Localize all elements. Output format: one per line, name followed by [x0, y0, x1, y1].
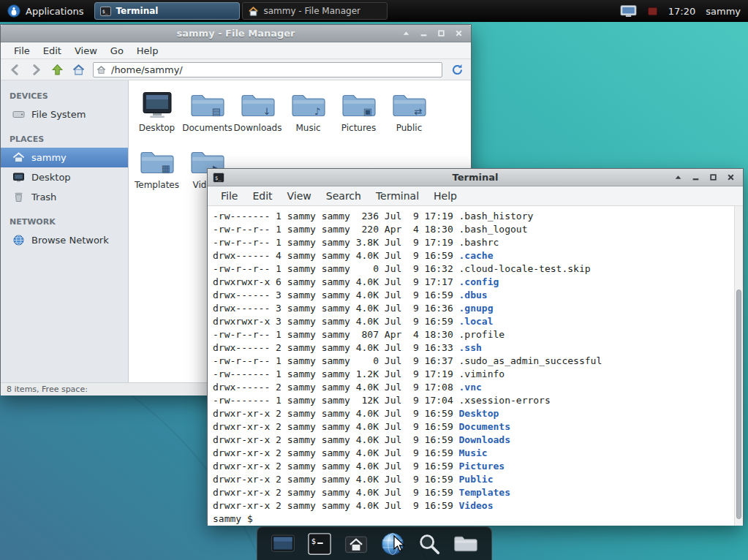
terminal-line: drwx------ 3 sammy sammy 4.0K Jul 9 16:5…	[213, 289, 731, 302]
terminal-content[interactable]: -rw------- 1 sammy sammy 236 Jul 9 17:19…	[208, 206, 743, 526]
fm-menubar: FileEditViewGoHelp	[1, 42, 471, 59]
file-label: Music	[295, 123, 320, 133]
display-tray-icon[interactable]	[620, 4, 637, 18]
svg-text:▦: ▦	[161, 163, 170, 174]
back-button[interactable]	[5, 61, 24, 77]
file-manager-icon	[453, 531, 478, 556]
fm-shade-button[interactable]	[401, 28, 412, 39]
terminal-minimize-button[interactable]	[690, 172, 701, 183]
desktop-icon	[12, 171, 25, 183]
terminal-line: -rw-r--r-- 1 sammy sammy 3.8K Jul 9 17:1…	[213, 236, 731, 249]
dock: $	[257, 526, 492, 560]
terminal-line: drwxr-xr-x 2 sammy sammy 4.0K Jul 9 16:5…	[213, 434, 731, 447]
terminal-output[interactable]: -rw------- 1 sammy sammy 236 Jul 9 17:19…	[208, 206, 743, 526]
svg-text:▤: ▤	[211, 106, 220, 117]
terminal-line: drwxrwxr-x 3 sammy sammy 4.0K Jul 9 16:5…	[213, 315, 731, 328]
dock-item-home[interactable]	[342, 530, 370, 558]
sidebar-item-label: sammy	[31, 152, 67, 163]
terminal-line: drwxr-xr-x 2 sammy sammy 4.0K Jul 9 16:5…	[213, 420, 731, 434]
path-bar	[93, 62, 442, 77]
file-music[interactable]: ♪Music	[283, 86, 333, 143]
terminal-menu-file[interactable]: File	[214, 190, 245, 202]
terminal-line: drwx------ 3 sammy sammy 4.0K Jul 9 16:3…	[213, 302, 731, 315]
terminal-menu-view[interactable]: View	[280, 190, 319, 202]
file-label: Pictures	[341, 123, 377, 133]
fm-titlebar[interactable]: sammy - File Manager	[1, 25, 471, 42]
taskbar-button-file-manager[interactable]: sammy - File Manager	[242, 2, 388, 20]
dock-item-file-manager[interactable]	[452, 530, 480, 558]
sammy-icon	[12, 151, 25, 164]
terminal-line: drwxr-xr-x 2 sammy sammy 4.0K Jul 9 16:5…	[213, 499, 731, 512]
tray-icon[interactable]	[647, 6, 658, 17]
file-templates[interactable]: ▦Templates	[132, 143, 182, 200]
fm-menu-file[interactable]: File	[7, 45, 37, 56]
applications-logo-icon	[7, 4, 20, 18]
svg-text:⇄: ⇄	[414, 106, 422, 117]
file-label: Documents	[182, 123, 232, 133]
terminal-line: drwx------ 2 sammy sammy 4.0K Jul 9 17:0…	[213, 381, 731, 394]
svg-text:$_: $_	[215, 175, 222, 181]
sidebar-item-browse-network[interactable]: Browse Network	[1, 230, 128, 250]
up-button[interactable]	[48, 61, 67, 77]
svg-text:▣: ▣	[363, 106, 371, 117]
terminal-line: drwxr-xr-x 2 sammy sammy 4.0K Jul 9 16:5…	[213, 486, 731, 499]
fm-menu-view[interactable]: View	[68, 45, 104, 56]
terminal-line: -rw-r--r-- 1 sammy sammy 220 Apr 4 18:30…	[213, 223, 731, 236]
clock: 17:20	[668, 6, 695, 17]
home-button[interactable]	[69, 61, 88, 77]
sidebar-item-trash[interactable]: Trash	[1, 187, 128, 207]
search-icon	[417, 531, 442, 556]
sidebar-item-file-system[interactable]: File System	[1, 105, 128, 124]
sidebar-header: NETWORK	[1, 213, 128, 230]
terminal-window-icon: $_	[213, 172, 224, 183]
terminal-line: drwxr-xr-x 2 sammy sammy 4.0K Jul 9 16:5…	[213, 407, 731, 420]
sidebar-item-label: File System	[31, 109, 86, 120]
scrollbar-thumb[interactable]	[736, 290, 741, 520]
taskbar-button-terminal[interactable]: $_Terminal	[94, 2, 240, 20]
terminal-shade-button[interactable]	[673, 172, 684, 183]
desktop: sammy - File Manager FileEditViewGoHelp …	[0, 0, 748, 560]
applications-label: Applications	[26, 6, 83, 17]
file-pictures[interactable]: ▣Pictures	[333, 86, 384, 143]
fm-close-button[interactable]	[453, 28, 464, 39]
terminal-menu-terminal[interactable]: Terminal	[369, 190, 426, 202]
terminal-line: drwx------ 2 sammy sammy 4.0K Jul 9 16:3…	[213, 341, 731, 355]
terminal-line: -rw------- 1 sammy sammy 12K Jul 9 17:04…	[213, 394, 731, 407]
fm-minimize-button[interactable]	[418, 28, 429, 39]
file-downloads[interactable]: ↓Downloads	[233, 86, 283, 143]
terminal-window-controls	[673, 172, 743, 183]
fm-maximize-button[interactable]	[436, 28, 447, 39]
terminal-menu-help[interactable]: Help	[426, 190, 464, 202]
applications-menu-button[interactable]: Applications	[0, 0, 91, 22]
reload-button[interactable]	[447, 61, 466, 77]
terminal-menu-edit[interactable]: Edit	[245, 190, 279, 202]
sidebar-item-sammy[interactable]: sammy	[1, 148, 128, 167]
svg-text:♪: ♪	[314, 106, 320, 117]
file-desktop[interactable]: Desktop	[132, 86, 182, 143]
file-documents[interactable]: ▤Documents	[182, 86, 233, 143]
terminal-line: drwx------ 4 sammy sammy 4.0K Jul 9 16:5…	[213, 249, 731, 262]
taskbar-button-label: Terminal	[116, 6, 158, 16]
fm-menu-edit[interactable]: Edit	[37, 45, 68, 56]
file-label: Downloads	[234, 123, 282, 133]
downloads-folder-icon: ↓	[241, 91, 276, 120]
fm-menu-help[interactable]: Help	[130, 45, 165, 56]
forward-button[interactable]	[26, 61, 45, 77]
terminal-scrollbar[interactable]	[734, 206, 743, 526]
sidebar-section: PLACESsammyDesktopTrash	[1, 131, 128, 207]
sidebar-item-desktop[interactable]: Desktop	[1, 167, 128, 187]
documents-folder-icon: ▤	[190, 91, 225, 120]
file-public[interactable]: ⇄Public	[384, 86, 434, 143]
sidebar-header: PLACES	[1, 131, 128, 148]
path-input[interactable]	[93, 62, 442, 77]
dock-item-search[interactable]	[415, 530, 443, 558]
file-label: Desktop	[139, 123, 175, 133]
dock-item-terminal[interactable]: $	[306, 530, 333, 558]
fm-menu-go[interactable]: Go	[104, 45, 130, 56]
terminal-menu-search[interactable]: Search	[319, 190, 369, 202]
dock-item-show-desktop[interactable]	[269, 530, 297, 558]
terminal-titlebar[interactable]: $_ Terminal	[208, 169, 743, 186]
terminal-close-button[interactable]	[725, 172, 736, 183]
terminal-lines: -rw------- 1 sammy sammy 236 Jul 9 17:19…	[213, 210, 731, 512]
terminal-maximize-button[interactable]	[708, 172, 719, 183]
